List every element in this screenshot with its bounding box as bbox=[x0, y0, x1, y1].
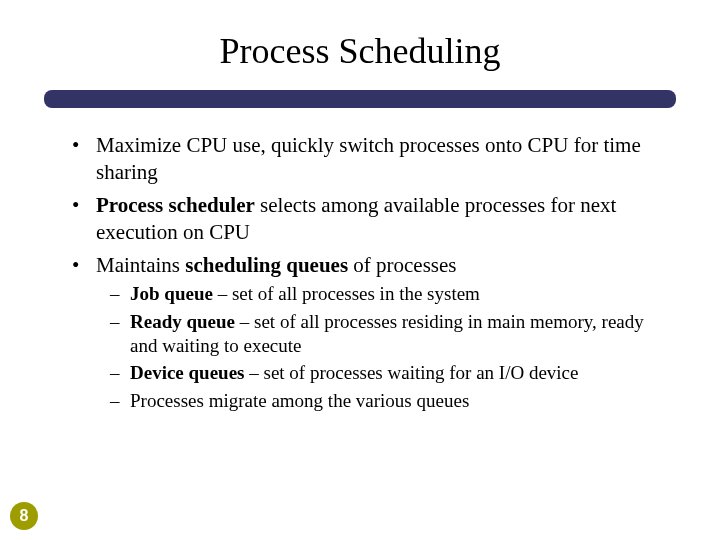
title-divider bbox=[44, 90, 676, 108]
slide: Process Scheduling Maximize CPU use, qui… bbox=[0, 0, 720, 540]
bullet-item: Process scheduler selects among availabl… bbox=[96, 192, 660, 246]
page-number-badge: 8 bbox=[10, 502, 38, 530]
sub-bullet-list: Job queue – set of all processes in the … bbox=[96, 282, 660, 413]
bullet-bold: Process scheduler bbox=[96, 193, 255, 217]
sub-bullet-item: Processes migrate among the various queu… bbox=[130, 389, 660, 413]
bullet-item: Maximize CPU use, quickly switch process… bbox=[96, 132, 660, 186]
sub-bullet-item: Job queue – set of all processes in the … bbox=[130, 282, 660, 306]
sub-bullet-text: Processes migrate among the various queu… bbox=[130, 390, 469, 411]
slide-content: Maximize CPU use, quickly switch process… bbox=[56, 132, 660, 413]
sub-bullet-bold: Device queues bbox=[130, 362, 245, 383]
sub-bullet-item: Ready queue – set of all processes resid… bbox=[130, 310, 660, 359]
bullet-list: Maximize CPU use, quickly switch process… bbox=[56, 132, 660, 413]
bullet-text: Maintains bbox=[96, 253, 185, 277]
bullet-text: Maximize CPU use, quickly switch process… bbox=[96, 133, 641, 184]
sub-bullet-text: – set of processes waiting for an I/O de… bbox=[245, 362, 579, 383]
sub-bullet-bold: Job queue bbox=[130, 283, 213, 304]
slide-title: Process Scheduling bbox=[0, 0, 720, 82]
page-number: 8 bbox=[20, 507, 29, 525]
bullet-item: Maintains scheduling queues of processes… bbox=[96, 252, 660, 413]
bullet-text: of processes bbox=[353, 253, 456, 277]
sub-bullet-bold: Ready queue bbox=[130, 311, 235, 332]
sub-bullet-text: – set of all processes in the system bbox=[213, 283, 480, 304]
sub-bullet-item: Device queues – set of processes waiting… bbox=[130, 361, 660, 385]
bullet-bold: scheduling queues bbox=[185, 253, 353, 277]
